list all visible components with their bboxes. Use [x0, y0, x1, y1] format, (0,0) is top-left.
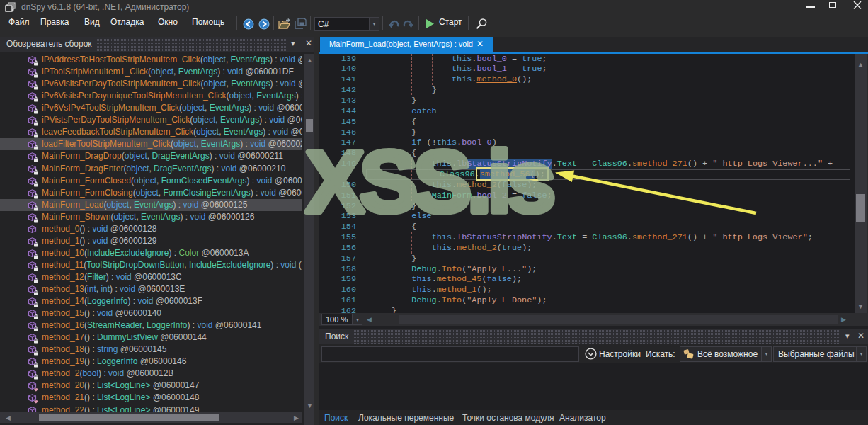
- svg-text:XSS.is: XSS.is: [306, 133, 552, 230]
